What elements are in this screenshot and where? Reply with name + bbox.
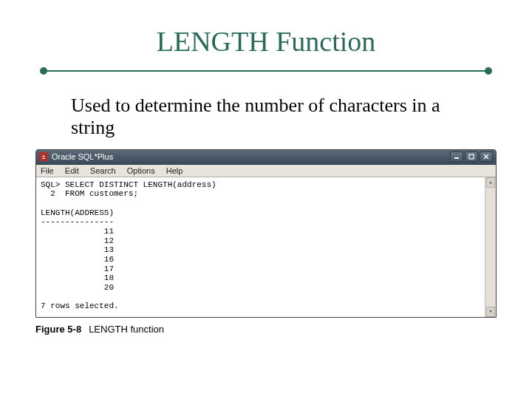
menu-options[interactable]: Options [127,166,155,175]
sql-line-2: 2 FROM customers; [41,189,138,198]
window-title: Oracle SQL*Plus [52,152,450,161]
maximize-icon [468,154,474,160]
slide-title: LENGTH Function [0,25,532,58]
rows-selected: 7 rows selected. [41,301,119,310]
title-rule [40,68,492,74]
figure: ± Oracle SQL*Plus File Edit Sea [35,149,497,335]
menu-help[interactable]: Help [166,166,183,175]
close-icon [483,154,489,160]
rule-bar [44,70,488,72]
app-icon: ± [39,152,48,161]
menubar: File Edit Search Options Help [36,165,496,177]
terminal-output[interactable]: SQL> SELECT DISTINCT LENGTH(address) 2 F… [36,177,496,317]
titlebar: ± Oracle SQL*Plus [36,150,496,165]
window-buttons [450,151,493,162]
svg-rect-0 [454,157,459,159]
result-row: 12 [41,236,114,245]
figure-caption-text: LENGTH function [89,324,164,335]
scroll-up-button[interactable]: ▴ [486,177,495,188]
result-row: 11 [41,227,114,236]
svg-rect-1 [469,154,474,159]
minimize-button[interactable] [450,151,463,162]
result-row: 16 [41,255,114,264]
result-row: 20 [41,283,114,292]
slide: LENGTH Function Used to determine the nu… [0,25,532,399]
scrollbar[interactable]: ▴ ▾ [485,177,496,317]
menu-search[interactable]: Search [90,166,116,175]
result-header: LENGTH(ADDRESS) [41,208,114,217]
scroll-down-button[interactable]: ▾ [486,307,495,317]
menu-file[interactable]: File [41,166,54,175]
close-button[interactable] [480,151,493,162]
slide-body-text: Used to determine the number of characte… [71,95,461,139]
result-divider: --------------- [41,217,114,226]
maximize-button[interactable] [465,151,478,162]
rule-dot-right [485,67,492,75]
figure-caption-label: Figure 5-8 [35,324,81,335]
figure-caption: Figure 5-8LENGTH function [35,324,497,335]
minimize-icon [454,154,460,160]
menu-edit[interactable]: Edit [65,166,79,175]
sqlplus-window: ± Oracle SQL*Plus File Edit Sea [35,149,497,318]
sql-line-1: SQL> SELECT DISTINCT LENGTH(address) [41,180,216,189]
result-row: 18 [41,273,114,282]
result-row: 17 [41,265,114,273]
result-row: 13 [41,245,114,254]
